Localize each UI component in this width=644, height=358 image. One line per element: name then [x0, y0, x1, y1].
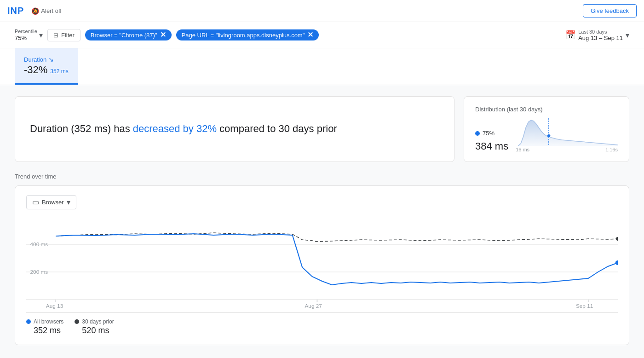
- calendar-icon: 📅: [565, 30, 575, 40]
- dist-dot-icon: [475, 131, 480, 136]
- summary-card: Duration (352 ms) has decreased by 32% c…: [15, 96, 454, 162]
- distribution-axis: 16 ms 1.16s: [516, 147, 618, 152]
- legend-dot-blue-icon: [26, 319, 31, 324]
- filter-icon: ⊟: [53, 32, 58, 39]
- legend-all-browsers: All browsers 352 ms: [26, 318, 63, 335]
- give-feedback-button[interactable]: Give feedback: [583, 4, 637, 17]
- trend-chart-svg: 400 ms 200 ms Aug 13 Aug 27 Sep 11: [26, 217, 618, 309]
- chip-browser-label: Browser = "Chrome (87)": [91, 32, 157, 39]
- chip-browser-close-icon[interactable]: ✕: [160, 31, 166, 39]
- prior-line: [56, 233, 618, 242]
- legend-all-browsers-value: 352 ms: [34, 326, 63, 335]
- current-end-dot: [615, 260, 618, 265]
- distribution-value: 384 ms: [475, 140, 508, 152]
- date-range-label: Last 30 days: [578, 29, 623, 35]
- browser-icon: ▭: [32, 198, 39, 207]
- dist-axis-min: 16 ms: [516, 147, 529, 152]
- summary-highlight: decreased by 32%: [133, 123, 217, 134]
- dist-axis-max: 1.16s: [605, 147, 618, 152]
- trend-card: ▭ Browser ▾ 400 ms 200 ms Aug 13 Aug 27: [15, 185, 629, 345]
- percentile-label: Percentile: [15, 29, 37, 35]
- dist-percentile-label: 75%: [483, 130, 494, 137]
- date-range-value: Aug 13 – Sep 11: [578, 35, 623, 41]
- chip-browser[interactable]: Browser = "Chrome (87)" ✕: [85, 29, 172, 40]
- distribution-legend: 75% 384 ms: [475, 130, 508, 152]
- summary-text: Duration (352 ms) has decreased by 32% c…: [30, 122, 337, 136]
- legend-30-days-prior: 30 days prior 520 ms: [75, 318, 114, 335]
- browser-selector-label: Browser: [42, 199, 64, 206]
- x-label-aug27: Aug 27: [305, 304, 322, 309]
- percentile-value: 75%: [15, 35, 27, 41]
- top-bar: INP 🔕 Alert off Give feedback: [0, 0, 644, 22]
- chip-url[interactable]: Page URL = "livingroom.apps.disneyplus.c…: [176, 29, 319, 40]
- summary-text-after: compared to 30 days prior: [217, 123, 337, 134]
- current-line: [56, 234, 618, 285]
- dist-legend-item: 75%: [475, 130, 508, 137]
- distribution-title: Distribution (last 30 days): [475, 106, 618, 113]
- legend-30-days-value: 520 ms: [82, 326, 114, 335]
- distribution-card: Distribution (last 30 days) 75% 384 ms: [464, 96, 629, 162]
- percentile-selector[interactable]: Percentile 75% ▾: [15, 29, 43, 41]
- distribution-chart: 16 ms 1.16s: [516, 118, 618, 152]
- metric-tab-label: Duration: [24, 56, 46, 63]
- legend-all-browsers-label: All browsers: [34, 318, 63, 325]
- browser-chevron-icon: ▾: [67, 198, 70, 207]
- trend-chart-container: 400 ms 200 ms Aug 13 Aug 27 Sep 11: [26, 217, 618, 309]
- metric-tab-duration[interactable]: Duration ↘ -32% 352 ms: [15, 48, 78, 85]
- percentile-chevron-icon: ▾: [39, 31, 43, 40]
- chip-url-close-icon[interactable]: ✕: [307, 31, 313, 39]
- metric-tabs: Duration ↘ -32% 352 ms: [0, 48, 644, 85]
- date-range-selector[interactable]: 📅 Last 30 days Aug 13 – Sep 11 ▾: [565, 29, 629, 41]
- main-content: Duration (352 ms) has decreased by 32% c…: [0, 85, 644, 356]
- chart-legend: All browsers 352 ms 30 days prior 520 ms: [26, 312, 618, 335]
- chip-url-label: Page URL = "livingroom.apps.disneyplus.c…: [182, 32, 305, 39]
- trend-section-label: Trend over time: [15, 173, 629, 180]
- x-label-aug13: Aug 13: [46, 304, 63, 309]
- distribution-body: 75% 384 ms: [475, 118, 618, 152]
- summary-text-before: Duration (352 ms) has: [30, 123, 133, 134]
- svg-marker-0: [516, 120, 618, 146]
- legend-dot-dark-icon: [75, 319, 79, 324]
- trend-arrow-icon: ↘: [48, 56, 54, 63]
- summary-row: Duration (352 ms) has decreased by 32% c…: [15, 96, 629, 162]
- alert-off[interactable]: 🔕 Alert off: [31, 7, 62, 15]
- prior-end-dot: [616, 237, 618, 241]
- y-label-200: 200 ms: [30, 270, 48, 275]
- alert-off-icon: 🔕: [31, 7, 39, 15]
- legend-30-days-label: 30 days prior: [82, 318, 114, 325]
- y-label-400: 400 ms: [30, 242, 48, 248]
- svg-point-2: [547, 134, 551, 137]
- date-chevron-icon: ▾: [626, 31, 629, 40]
- x-label-sep11: Sep 11: [576, 304, 593, 309]
- top-bar-left: INP 🔕 Alert off: [7, 6, 62, 16]
- filter-label: Filter: [61, 32, 75, 39]
- inp-badge: INP: [7, 6, 24, 16]
- metric-tab-current-value: 352 ms: [50, 68, 68, 75]
- distribution-svg: [516, 118, 618, 146]
- filter-bar: Percentile 75% ▾ ⊟ Filter Browser = "Chr…: [0, 22, 644, 48]
- browser-selector-button[interactable]: ▭ Browser ▾: [26, 195, 76, 209]
- filter-button[interactable]: ⊟ Filter: [47, 29, 80, 41]
- alert-off-label: Alert off: [41, 7, 62, 14]
- metric-tab-change: -32%: [24, 64, 47, 76]
